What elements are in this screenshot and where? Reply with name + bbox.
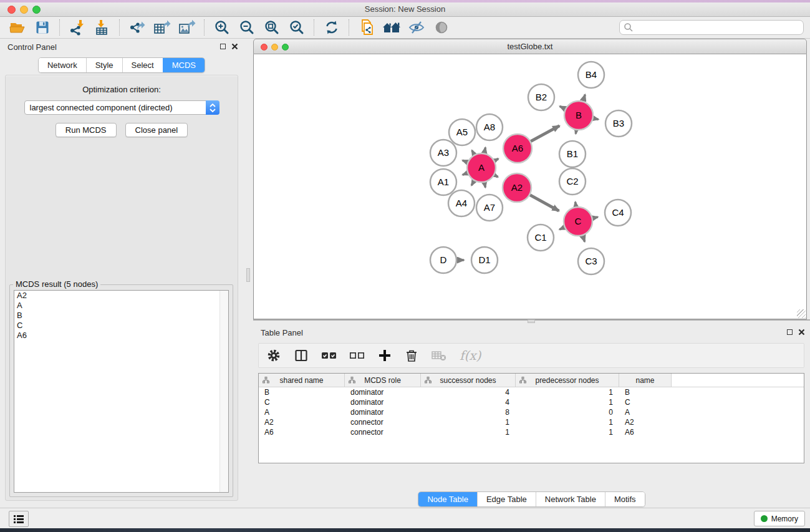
import-network-button[interactable] [65, 18, 90, 37]
splitter-grip[interactable] [246, 268, 250, 282]
memory-button[interactable]: Memory [754, 511, 805, 526]
resize-grip[interactable] [797, 309, 806, 318]
function-builder-button[interactable]: f(x) [460, 348, 481, 363]
delete-row-button[interactable] [405, 348, 418, 363]
network-graph[interactable]: AA1A2A3A4A5A6A7A8BB1B2B3B4CC1C2C3C4DD1 [254, 54, 806, 318]
graph-node-A2[interactable]: A2 [503, 173, 531, 202]
minimize-window-button[interactable] [20, 6, 28, 14]
zoom-fit-button[interactable] [259, 18, 284, 37]
refresh-button[interactable] [319, 18, 344, 37]
graph-node-A1[interactable]: A1 [430, 169, 456, 195]
export-network-button[interactable] [125, 18, 150, 37]
graph-node-A3[interactable]: A3 [430, 140, 456, 166]
task-history-button[interactable] [9, 511, 29, 527]
graph-node-C1[interactable]: C1 [528, 225, 554, 251]
delete-table-button[interactable] [431, 349, 447, 362]
criterion-select[interactable]: largest connected component (directed) [24, 100, 219, 115]
tab-node-table[interactable]: Node Table [418, 492, 477, 506]
graph-node-C2[interactable]: C2 [559, 168, 586, 195]
run-mcds-button[interactable]: Run MCDS [55, 123, 117, 137]
graph-node-A[interactable]: A [467, 153, 496, 182]
tab-select[interactable]: Select [122, 58, 163, 72]
column-header-predecessor-nodes[interactable]: predecessor nodes [516, 374, 619, 387]
graph-node-A7[interactable]: A7 [476, 195, 503, 221]
search-box[interactable] [619, 20, 804, 35]
float-panel-icon[interactable] [787, 329, 793, 335]
column-header-shared-name[interactable]: shared name [259, 374, 345, 387]
search-input[interactable] [636, 21, 803, 34]
graph-node-A6[interactable]: A6 [503, 134, 532, 163]
zoom-out-button[interactable] [234, 18, 259, 37]
network-window-titlebar[interactable]: testGlobe.txt [253, 39, 807, 54]
tab-mcds[interactable]: MCDS [163, 58, 205, 72]
graph-node-B[interactable]: B [564, 101, 593, 130]
tab-motifs[interactable]: Motifs [605, 492, 645, 506]
column-header-name[interactable]: name [619, 374, 672, 387]
import-table-button[interactable] [90, 18, 115, 37]
tab-edge-table[interactable]: Edge Table [477, 492, 536, 506]
vertical-splitter[interactable] [243, 39, 253, 508]
maximize-window-button[interactable] [32, 6, 41, 14]
splitter-grip[interactable] [528, 319, 535, 323]
mcds-result-list[interactable]: A2ABCA6 [14, 290, 229, 493]
tab-network[interactable]: Network [39, 58, 86, 72]
table-row[interactable]: A2connector11A2 [259, 417, 804, 427]
float-panel-icon[interactable] [220, 44, 226, 49]
close-panel-icon[interactable] [798, 329, 805, 336]
network-close-button[interactable] [261, 44, 268, 51]
graph-node-C3[interactable]: C3 [578, 248, 604, 274]
tab-style[interactable]: Style [86, 58, 122, 72]
graph-node-A8[interactable]: A8 [476, 114, 503, 140]
graph-node-A5[interactable]: A5 [449, 119, 475, 145]
graph-node-B4[interactable]: B4 [578, 62, 604, 88]
graph-node-B2[interactable]: B2 [528, 84, 554, 110]
network-view[interactable]: AA1A2A3A4A5A6A7A8BB1B2B3B4CC1C2C3C4DD1 [253, 54, 807, 319]
mcds-result-item[interactable]: A6 [14, 331, 228, 341]
close-window-button[interactable] [7, 6, 16, 14]
zoom-selected-button[interactable] [284, 18, 309, 37]
horizontal-splitter[interactable] [253, 319, 810, 324]
graph-node-C[interactable]: C [564, 207, 592, 236]
tab-network-table[interactable]: Network Table [536, 492, 605, 506]
table-row[interactable]: Adominator80A [259, 407, 804, 417]
column-header-successor-nodes[interactable]: successor nodes [421, 374, 516, 387]
table-row[interactable]: Cdominator41C [259, 397, 804, 407]
export-table-button[interactable] [150, 18, 175, 37]
export-image-button[interactable] [175, 18, 200, 37]
home-view-button[interactable] [379, 18, 404, 37]
table-cell: dominator [345, 388, 421, 397]
mcds-result-item[interactable]: B [14, 311, 228, 321]
show-column-button[interactable] [294, 348, 309, 363]
zoom-in-button[interactable] [210, 18, 234, 37]
settings-gear-button[interactable] [266, 348, 281, 363]
table-row[interactable]: Bdominator41B [259, 387, 804, 397]
graph-node-A4[interactable]: A4 [448, 190, 475, 216]
deselect-all-button[interactable] [349, 351, 365, 360]
graph-node-D[interactable]: D [430, 247, 456, 273]
mcds-result-item[interactable]: C [14, 321, 228, 331]
add-row-button[interactable] [377, 348, 392, 363]
close-panel-icon[interactable] [231, 43, 238, 50]
network-minimize-button[interactable] [271, 44, 278, 51]
close-panel-button[interactable]: Close panel [125, 123, 188, 137]
graph-node-D1[interactable]: D1 [471, 247, 498, 273]
network-maximize-button[interactable] [282, 44, 289, 51]
show-graphics-details-button[interactable] [429, 18, 454, 37]
graph-node-C4[interactable]: C4 [605, 200, 631, 226]
graph-node-B3[interactable]: B3 [605, 110, 632, 137]
mcds-result-item[interactable]: A [14, 301, 228, 311]
open-session-button[interactable] [5, 18, 30, 37]
copy-network-view-button[interactable] [354, 18, 379, 37]
table-row[interactable]: A6connector11A6 [259, 427, 804, 437]
eye-icon [433, 20, 450, 35]
checked-boxes-icon [321, 351, 337, 360]
save-session-button[interactable] [30, 18, 55, 37]
column-header-mcds-role[interactable]: MCDS role [345, 374, 421, 387]
select-all-button[interactable] [321, 351, 337, 360]
scrollbar-track[interactable] [219, 291, 228, 492]
hide-graphics-details-button[interactable] [404, 18, 429, 37]
table-cell: B [259, 388, 345, 397]
mcds-result-item[interactable]: A2 [14, 291, 228, 301]
graph-node-B1[interactable]: B1 [559, 141, 586, 167]
import-network-icon [69, 19, 85, 36]
